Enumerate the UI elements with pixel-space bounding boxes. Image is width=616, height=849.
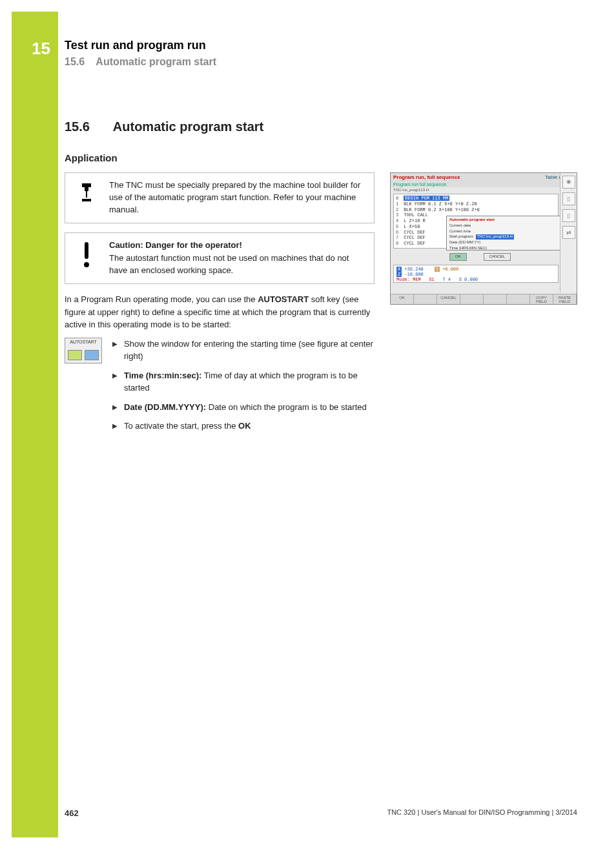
ss-softkey[interactable] (460, 294, 484, 304)
ss-line-num: 7 (396, 235, 401, 241)
list-item-bold-end: OK (238, 421, 251, 431)
section-header-number: 15.6 (65, 56, 85, 67)
body-paragraph: In a Program Run operating mode, you can… (65, 293, 375, 331)
tnc-screenshot: Program run, full sequence Table editing… (390, 172, 577, 305)
list-item: Show the window for entering the startin… (112, 338, 375, 363)
list-item-bold: Time (hrs:min:sec): (124, 371, 201, 380)
ss-line-num: 4 (396, 218, 401, 224)
ss-right-toolbar: ✺ ▯ ▯ ⇄ (560, 173, 577, 292)
ss-line-num: 8 (396, 241, 401, 247)
chapter-title: Test run and program run (65, 39, 577, 52)
list-item-pre: To activate the start, press the (124, 421, 238, 431)
svg-rect-0 (85, 242, 88, 259)
ss-softkey-row: OK CANCEL COPY FIELD PASTE FIELD (391, 294, 577, 304)
footer-docline: TNC 320 | User's Manual for DIN/ISO Prog… (387, 808, 577, 818)
ss-s: S 0.000 (459, 277, 478, 282)
ss-y-label: Y (435, 267, 440, 272)
ss-softkey[interactable]: OK (391, 294, 414, 304)
ss-dialog-ok-button[interactable]: OK (449, 253, 467, 261)
ss-line-num: 5 (396, 224, 401, 230)
ss-toolbar-icon[interactable]: ▯ (562, 209, 575, 222)
ss-line-text: TOOL CALL (404, 212, 428, 218)
ss-softkey[interactable] (414, 294, 437, 304)
ss-line-text: BLK FORM 0.1 Z X+0 Y+0 Z-20 (404, 201, 477, 207)
ss-y-val: +0.000 (442, 267, 458, 272)
subheading-application: Application (65, 152, 577, 163)
ss-line-text: L Z+10 R (404, 218, 426, 223)
ss-x-val: +38.240 (404, 267, 423, 272)
ss-program-path: TNC:\nc_prog\113.H (391, 187, 577, 192)
page-number: 462 (65, 808, 79, 818)
autostart-softkey-thumb: AUTOSTART (65, 338, 102, 363)
ss-line-num: 0 (396, 196, 401, 201)
ss-softkey[interactable]: CANCEL (437, 294, 460, 304)
list-item: Date (DD.MM.YYYY): Date on which the pro… (112, 401, 375, 414)
ss-line-text: L X+50 (404, 224, 420, 229)
body-before: In a Program Run operating mode, you can… (65, 294, 258, 304)
note-caution-title: Caution: Danger for the operator! (109, 240, 366, 252)
ss-dialog-row: Time (HRS.MIN.SEC) (449, 246, 487, 251)
list-item-text: Show the window for entering the startin… (124, 339, 373, 362)
ss-softkey[interactable]: PASTE FIELD (553, 294, 577, 304)
section-heading-title: Automatic program start (113, 119, 263, 134)
note-machine-text: The TNC must be specially prepared by th… (109, 179, 366, 216)
ss-softkey[interactable] (484, 294, 507, 304)
ss-mode-sub: Program run full sequence (391, 181, 577, 187)
ss-mode-title: Program run, full sequence (393, 174, 460, 180)
ss-line-num: 1 (396, 201, 401, 207)
page-header: Test run and program run 15.6 Automatic … (65, 39, 577, 68)
ss-t: T 4 (442, 277, 451, 282)
section-header: 15.6 Automatic program start (65, 56, 577, 68)
ss-z-label: Z (396, 272, 402, 277)
ss-line-num: 3 (396, 212, 401, 218)
list-item-bold: Date (DD.MM.YYYY): (124, 402, 206, 412)
ss-dialog-row: Current date (449, 223, 471, 229)
section-header-title: Automatic program start (96, 56, 216, 67)
ss-line-text: BEGIN PGM 113 MM (404, 196, 449, 201)
ss-dialog-prog-value: TNC:\nc_prog\113.H (476, 234, 514, 240)
ss-toolbar-icon[interactable]: ▯ (562, 192, 575, 205)
autostart-softkey-label: AUTOSTART (70, 340, 97, 344)
ss-line-text: CYCL DEF (404, 235, 426, 240)
ss-z-val: -10.000 (404, 272, 423, 277)
note-caution: Caution: Danger for the operator! The au… (65, 232, 375, 285)
ss-dialog-cancel-button[interactable]: CANCEL (484, 253, 511, 261)
list-item-rest: Date on which the program is to be start… (206, 402, 367, 412)
warning-icon (73, 240, 100, 278)
note-caution-text: Caution: Danger for the operator! The au… (109, 240, 366, 278)
ss-line-text: CYCL DEF (404, 241, 426, 246)
list-item: Time (hrs:min:sec): Time of day at which… (112, 369, 375, 394)
ss-srate: S1 (429, 277, 434, 282)
note-machine-builder: The TNC must be specially prepared by th… (65, 172, 375, 223)
ss-autostart-dialog: Automatic program start Current date Cur… (446, 216, 561, 251)
ss-toolbar-icon[interactable]: ✺ (562, 176, 575, 189)
ss-line-num: 6 (396, 230, 401, 236)
instruction-list: Show the window for entering the startin… (112, 338, 375, 439)
section-heading-number: 15.6 (65, 119, 110, 134)
ss-softkey[interactable]: COPY FIELD (530, 294, 553, 304)
ss-line-num: 2 (396, 207, 401, 213)
ss-dialog-row: Start program (449, 234, 473, 240)
svg-point-1 (84, 262, 89, 267)
ss-x-label: X (396, 267, 402, 272)
page-footer: 462 TNC 320 | User's Manual for DIN/ISO … (65, 808, 577, 818)
ss-toolbar-icon[interactable]: ⇄ (562, 226, 575, 239)
ss-dialog-row: Date (DD.MM.YY) (449, 240, 480, 245)
ss-dialog-title: Automatic program start (449, 218, 558, 223)
machine-tool-icon (73, 179, 100, 216)
ss-line-text: CYCL DEF (404, 230, 426, 235)
list-item: To activate the start, press the OK (112, 420, 375, 433)
note-caution-body: The autostart function must not be used … (109, 253, 349, 275)
autostart-word: AUTOSTART (258, 294, 309, 304)
ss-mode: Mode: MEM (396, 277, 421, 282)
ss-line-text: BLK FORM 0.2 X+100 Y+100 Z+0 (404, 207, 480, 212)
ss-softkey[interactable] (507, 294, 530, 304)
ss-dialog-row: Current time (449, 229, 471, 234)
ss-status-bar: X +38.240 Y +0.000 Z -10.000 Mode: MEM S… (393, 265, 559, 283)
section-heading: 15.6 Automatic program start (65, 119, 577, 134)
